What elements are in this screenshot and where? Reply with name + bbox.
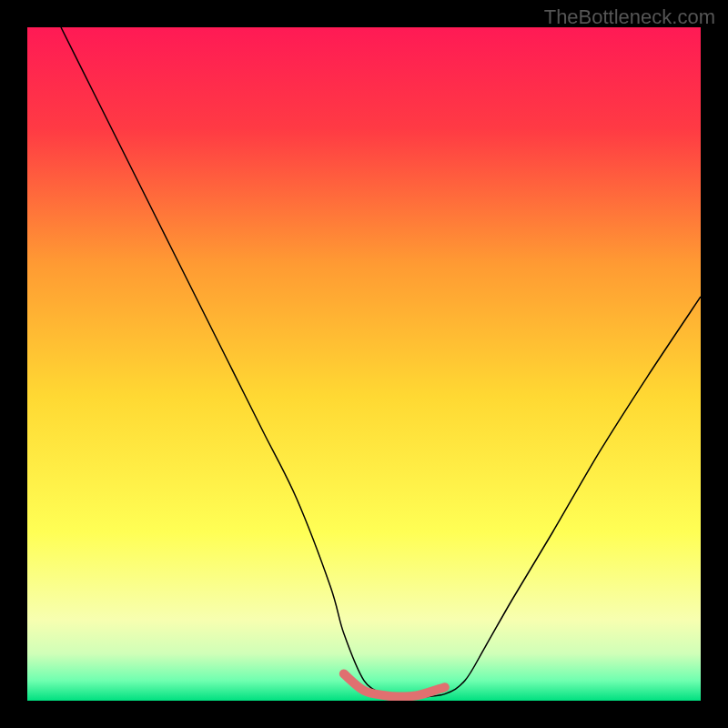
watermark-text: TheBottleneck.com [544,5,715,29]
bottleneck-chart [27,27,701,701]
chart-background [27,27,701,701]
